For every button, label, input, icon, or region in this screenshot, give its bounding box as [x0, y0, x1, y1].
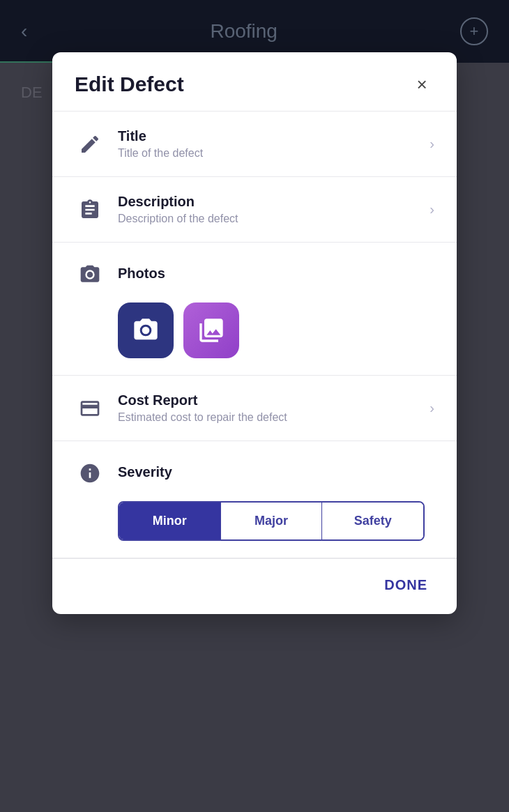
description-row-content: Description Description of the defect — [118, 194, 421, 225]
title-chevron-icon: › — [430, 136, 434, 152]
info-icon — [75, 458, 105, 489]
severity-header: Severity — [75, 458, 172, 489]
modal-overlay: Edit Defect × Title Title of the defect … — [0, 0, 509, 812]
credit-card-icon — [75, 393, 105, 424]
description-sublabel: Description of the defect — [118, 213, 421, 225]
cost-report-chevron-icon: › — [430, 400, 434, 416]
cost-report-row[interactable]: Cost Report Estimated cost to repair the… — [52, 376, 457, 441]
camera-outline-icon — [75, 259, 105, 290]
photos-header: Photos — [75, 259, 165, 290]
pencil-icon — [75, 129, 105, 160]
photos-label: Photos — [118, 266, 165, 282]
cost-report-row-content: Cost Report Estimated cost to repair the… — [118, 392, 421, 424]
modal-footer: DONE — [52, 558, 457, 614]
edit-defect-modal: Edit Defect × Title Title of the defect … — [52, 52, 457, 614]
photo-buttons — [118, 302, 239, 358]
description-row[interactable]: Description Description of the defect › — [52, 177, 457, 243]
modal-header: Edit Defect × — [52, 52, 457, 112]
modal-title: Edit Defect — [75, 72, 184, 96]
close-button[interactable]: × — [409, 72, 434, 97]
severity-safety-button[interactable]: Safety — [321, 503, 423, 539]
severity-label: Severity — [118, 464, 172, 480]
cost-report-label: Cost Report — [118, 392, 421, 408]
severity-button-group: Minor Major Safety — [118, 501, 425, 541]
done-button[interactable]: DONE — [377, 573, 434, 597]
description-chevron-icon: › — [430, 201, 434, 217]
photos-row: Photos — [52, 243, 457, 376]
severity-row: Severity Minor Major Safety — [52, 441, 457, 558]
title-row[interactable]: Title Title of the defect › — [52, 112, 457, 177]
title-row-content: Title Title of the defect — [118, 128, 421, 160]
description-label: Description — [118, 194, 421, 210]
cost-report-sublabel: Estimated cost to repair the defect — [118, 411, 421, 424]
title-sublabel: Title of the defect — [118, 147, 421, 160]
severity-major-button[interactable]: Major — [220, 503, 322, 539]
clipboard-icon — [75, 194, 105, 225]
choose-photo-button[interactable] — [183, 302, 239, 358]
take-photo-button[interactable] — [118, 302, 174, 358]
severity-minor-button[interactable]: Minor — [119, 503, 220, 539]
title-label: Title — [118, 128, 421, 144]
